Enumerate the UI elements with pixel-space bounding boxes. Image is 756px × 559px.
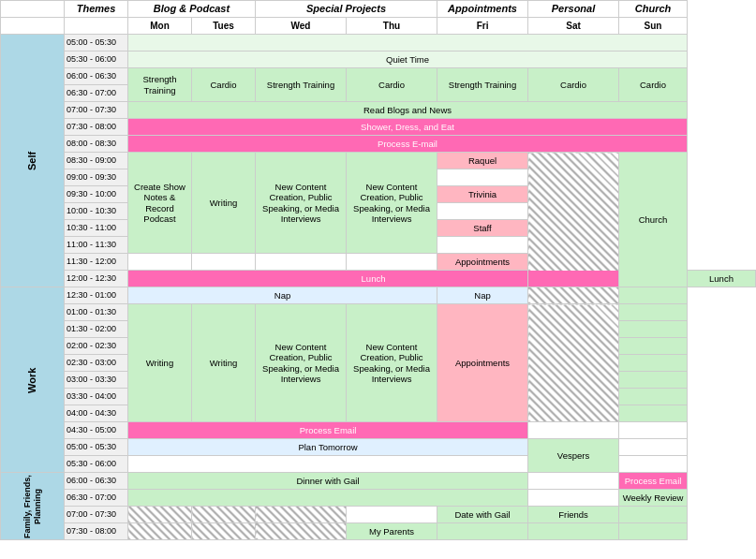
tue-header: Tues [192,18,256,35]
nap-fri: Nap [437,287,528,304]
new-content-wed-pm: New Content Creation, Public Speaking, o… [256,304,347,422]
dinner: Dinner with Gail [128,473,528,490]
quiet-time-row1 [128,35,688,51]
process-email-2: Process Email [128,422,528,439]
sat-1230-hatch [528,287,619,304]
mon-header: Mon [128,18,192,35]
sun-1400 [619,338,688,355]
time-1830: 06:30 - 07:00 [65,490,128,507]
tue-1930-hatch [192,523,256,540]
church: Church [619,153,688,287]
sun-1300 [619,304,688,321]
time-1130: 11:30 - 12:00 [65,254,128,271]
writing-mon-pm: Writing [128,304,192,422]
nap-mon-thu: Nap [128,287,437,304]
theme-header-empty [1,18,65,35]
fri-1000 [437,203,528,220]
quiet-time-row2: Quiet Time [128,51,688,68]
thu-header: Thu [347,18,437,35]
sat-1800 [528,473,619,490]
sat-1630 [528,422,619,439]
fri-0900 [437,169,528,186]
time-1000: 10:00 - 10:30 [65,203,128,220]
fri-header: Fri [437,18,528,35]
plan-tomorrow: Plan Tomorrow [128,439,528,456]
sun-1630 [619,422,688,439]
cardio-sun: Cardio [619,68,688,102]
dinner-2 [128,490,528,507]
sat-morning-hatch [528,153,619,287]
appointments-fri-pm: Appointments [437,304,528,422]
my-parents: My Parents [347,523,437,540]
time-1430: 02:30 - 03:00 [65,355,128,372]
sat-1830 [528,490,619,507]
time-1100: 11:00 - 11:30 [65,237,128,254]
time-0730: 07:30 - 08:00 [65,119,128,136]
time-1530: 03:30 - 04:00 [65,389,128,405]
date-gail-2 [437,523,528,540]
sun-1700 [619,439,688,456]
sun-1600 [619,405,688,422]
new-content-thu: New Content Creation, Public Speaking, o… [347,153,437,254]
time-1630: 04:30 - 05:00 [65,422,128,439]
strength-mon: Strength Training [128,68,192,102]
time-1400: 02:00 - 02:30 [65,338,128,355]
themes-header: Themes [65,1,128,18]
time-0900: 09:00 - 09:30 [65,169,128,186]
schedule-container: Themes Blog & Podcast Special Projects A… [0,0,756,540]
sun-1530 [619,389,688,405]
sun-1230 [619,287,688,304]
time-0930: 09:30 - 10:00 [65,186,128,203]
cardio-thu: Cardio [347,68,437,102]
writing-tue: Writing [192,153,256,254]
time-1330: 01:30 - 02:00 [65,321,128,338]
theme-header-empty [1,1,65,18]
read-blogs: Read Blogs and News [128,102,688,119]
blog-podcast-header: Blog & Podcast [128,1,256,18]
special-projects-header: Special Projects [256,1,437,18]
writing-tue-pm: Writing [192,304,256,422]
sat-header: Sat [528,18,619,35]
appointments-fri-1130: Appointments [437,254,528,271]
time-1500: 03:00 - 03:30 [65,372,128,389]
appointments-header: Appointments [437,1,528,18]
cardio-sat: Cardio [528,68,619,102]
time-0630: 06:30 - 07:00 [65,85,128,102]
sun-1930 [619,523,688,540]
sun-1730 [619,456,688,473]
mon-1930-hatch [128,523,192,540]
time-1300: 01:00 - 01:30 [65,304,128,321]
process-email-1: Process E-mail [128,136,688,153]
time-1700: 05:00 - 05:30 [65,439,128,456]
new-content-thu-pm: New Content Creation, Public Speaking, o… [347,304,437,422]
lunch: Lunch [128,271,619,287]
mon-1900-hatch [128,507,192,523]
time-1030: 10:30 - 11:00 [65,220,128,237]
friends: Friends [528,507,619,523]
date-gail: Date with Gail [437,507,528,523]
staff: Staff [437,220,528,237]
sun-1900 [619,507,688,523]
theme-work: Work [1,287,65,473]
new-content-wed: New Content Creation, Public Speaking, o… [256,153,347,254]
sun-header: Sun [619,18,688,35]
lunch-sun: Lunch [688,271,756,287]
strength-fri: Strength Training [437,68,528,102]
vespers: Vespers [528,439,619,473]
empty-day-header [65,18,128,35]
time-1730: 05:30 - 06:00 [65,456,128,473]
create-show: Create Show Notes & Record Podcast [128,153,192,254]
empty-1730 [128,456,528,473]
time-0500: 05:00 - 05:30 [65,35,128,51]
sun-1330 [619,321,688,338]
time-1200: 12:00 - 12:30 [65,271,128,287]
time-0800: 08:00 - 08:30 [65,136,128,153]
raquel: Raquel [437,153,528,169]
sun-1430 [619,355,688,372]
shower: Shower, Dress, and Eat [128,119,688,136]
cardio-tue: Cardio [192,68,256,102]
time-0830: 08:30 - 09:00 [65,153,128,169]
fri-1100 [437,237,528,254]
sun-1500 [619,372,688,389]
personal-header: Personal [528,1,619,18]
